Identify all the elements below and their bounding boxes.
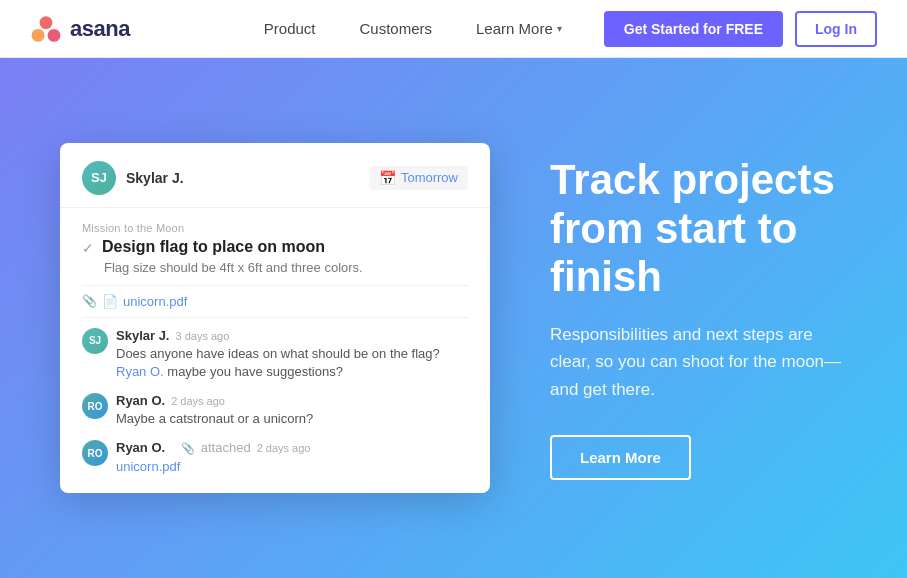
comment-time: 2 days ago [257,442,311,454]
paperclip-icon: 📎 [82,294,97,308]
asana-logo-icon [30,13,62,45]
get-started-button[interactable]: Get Started for FREE [604,11,783,47]
comment-attachment-link[interactable]: unicorn.pdf [116,459,180,474]
svg-point-0 [40,16,53,29]
mission-label: Mission to the Moon [82,222,468,234]
comment-content: Skylar J. 3 days ago Does anyone have id… [116,328,440,381]
task-title: Design flag to place on moon [102,238,325,256]
login-button[interactable]: Log In [795,11,877,47]
comment-time: 3 days ago [176,330,230,342]
mention-link[interactable]: Ryan O. [116,364,164,379]
svg-point-2 [48,29,61,42]
document-icon: 📄 [102,294,118,309]
comment-author: Ryan O. [116,440,165,455]
comment-text: Maybe a catstronaut or a unicorn? [116,410,313,428]
chevron-down-icon: ▾ [557,23,562,34]
hero-section: SJ Skylar J. 📅 Tomorrow Mission to the M… [0,58,907,578]
attached-label [171,440,175,455]
comment-meta: Ryan O. 📎 attached 2 days ago [116,440,310,455]
attached-text: attached [201,440,251,455]
comment-item: RO Ryan O. 2 days ago Maybe a catstronau… [82,393,468,428]
nav-customers[interactable]: Customers [338,0,455,58]
comment-content: Ryan O. 📎 attached 2 days ago unicorn.pd… [116,440,310,475]
date-badge: 📅 Tomorrow [369,166,468,190]
check-icon: ✓ [82,240,94,256]
date-label: Tomorrow [401,170,458,185]
comment-author: Skylar J. [116,328,170,343]
hero-subtext: Responsibilities and next steps are clea… [550,321,847,403]
hero-text: Track projects from start to finish Resp… [550,156,847,479]
paperclip-small-icon: 📎 [181,442,195,455]
comment-content: Ryan O. 2 days ago Maybe a catstronaut o… [116,393,313,428]
navbar: asana Product Customers Learn More ▾ Get… [0,0,907,58]
avatar-skylar-comment: SJ [82,328,108,354]
card-user-name: Skylar J. [126,170,184,186]
hero-headline: Track projects from start to finish [550,156,847,301]
task-row: ✓ Design flag to place on moon [82,238,468,256]
attachment-link[interactable]: unicorn.pdf [123,294,187,309]
logo[interactable]: asana [30,13,130,45]
logo-text: asana [70,16,130,42]
svg-point-1 [32,29,45,42]
calendar-icon: 📅 [379,170,396,186]
comment-time: 2 days ago [171,395,225,407]
task-description: Flag size should be 4ft x 6ft and three … [104,260,468,275]
nav-links: Product Customers Learn More ▾ [242,0,584,58]
hero-learn-more-button[interactable]: Learn More [550,435,691,480]
avatar-skylar-header: SJ [82,161,116,195]
nav-cta: Get Started for FREE Log In [604,11,877,47]
nav-learn-more[interactable]: Learn More ▾ [454,0,584,58]
avatar-ryan-comment1: RO [82,393,108,419]
card-header: SJ Skylar J. 📅 Tomorrow [60,143,490,208]
comment-item: RO Ryan O. 📎 attached 2 days ago unicorn… [82,440,468,475]
comment-author: Ryan O. [116,393,165,408]
comments-list: SJ Skylar J. 3 days ago Does anyone have… [82,328,468,480]
comment-item: SJ Skylar J. 3 days ago Does anyone have… [82,328,468,381]
comment-meta: Ryan O. 2 days ago [116,393,313,408]
comment-text: Does anyone have ideas on what should be… [116,345,440,381]
attachment-row: 📎 📄 unicorn.pdf [82,285,468,318]
nav-product[interactable]: Product [242,0,338,58]
card-body: Mission to the Moon ✓ Design flag to pla… [60,208,490,494]
avatar-ryan-comment2: RO [82,440,108,466]
comment-meta: Skylar J. 3 days ago [116,328,440,343]
task-card: SJ Skylar J. 📅 Tomorrow Mission to the M… [60,143,490,494]
